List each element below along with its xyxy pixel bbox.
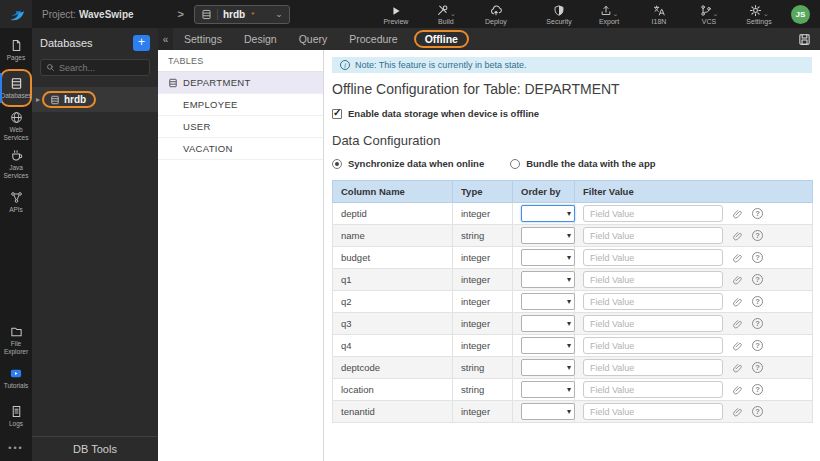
sidebar-item-file-explorer[interactable]: File Explorer xyxy=(0,321,32,359)
filter-value-input[interactable] xyxy=(583,315,723,332)
play-video-icon xyxy=(9,367,23,380)
enable-offline-checkbox-row[interactable]: ✓ Enable data storage when device is off… xyxy=(332,108,812,119)
app-logo[interactable] xyxy=(0,0,32,28)
bind-variable-link-icon[interactable] xyxy=(732,362,743,373)
enable-offline-label: Enable data storage when device is offli… xyxy=(348,108,539,119)
preview-icon xyxy=(390,4,402,17)
table-item-vacation[interactable]: VACATION xyxy=(158,138,323,160)
order-by-select[interactable]: ▾ xyxy=(521,205,575,222)
bind-variable-link-icon[interactable] xyxy=(732,296,743,307)
vcs-button[interactable]: ⌄ VCS xyxy=(691,4,727,25)
filter-value-input[interactable] xyxy=(583,359,723,376)
filter-value-input[interactable] xyxy=(583,249,723,266)
expander-icon[interactable]: ▸ xyxy=(36,95,40,104)
help-icon[interactable]: ? xyxy=(752,208,763,219)
table-item-department[interactable]: DEPARTMENT xyxy=(158,72,323,94)
select-caret-icon: ▾ xyxy=(567,252,571,264)
build-button[interactable]: ⌄ Build xyxy=(428,4,464,25)
order-by-select[interactable]: ▾ xyxy=(521,315,575,332)
sidebar-item-apis[interactable]: APIs xyxy=(0,183,32,221)
bind-variable-link-icon[interactable] xyxy=(732,340,743,351)
bind-variable-link-icon[interactable] xyxy=(732,230,743,241)
sidebar-item-pages[interactable]: Pages xyxy=(0,31,32,69)
help-icon[interactable]: ? xyxy=(752,274,763,285)
tab-design[interactable]: Design xyxy=(233,28,288,50)
content-area: « Settings Design Query Procedure Offlin… xyxy=(158,28,820,461)
tab-procedure[interactable]: Procedure xyxy=(338,28,408,50)
tab-query[interactable]: Query xyxy=(288,28,339,50)
order-by-select[interactable]: ▾ xyxy=(521,293,575,310)
table-item-user[interactable]: USER xyxy=(158,116,323,138)
help-icon[interactable]: ? xyxy=(752,384,763,395)
bind-variable-link-icon[interactable] xyxy=(732,384,743,395)
help-icon[interactable]: ? xyxy=(752,406,763,417)
bundle-radio[interactable] xyxy=(510,159,520,169)
sidebar-item-java-services[interactable]: Java Services xyxy=(0,145,32,183)
tab-offline[interactable]: Offline xyxy=(414,30,469,48)
filter-value-input[interactable] xyxy=(583,271,723,288)
help-icon[interactable]: ? xyxy=(752,318,763,329)
filter-value-input[interactable] xyxy=(583,337,723,354)
bind-variable-link-icon[interactable] xyxy=(732,208,743,219)
select-caret-icon: ▾ xyxy=(567,362,571,374)
help-icon[interactable]: ? xyxy=(752,340,763,351)
preview-button[interactable]: Preview xyxy=(378,4,414,25)
topbar-actions-right: Security ⌄ Export I18N ⌄ VCS xyxy=(541,4,810,25)
order-by-select[interactable]: ▾ xyxy=(521,249,575,266)
sidebar-item-databases[interactable]: Databases xyxy=(0,69,32,107)
chevron-down-icon: ⌄ xyxy=(713,10,719,17)
add-database-button[interactable]: + xyxy=(133,35,150,51)
synchronize-radio[interactable] xyxy=(332,159,342,169)
order-by-select[interactable]: ▾ xyxy=(521,381,575,398)
filter-value-input[interactable] xyxy=(583,227,723,244)
offline-config-main: i Note: This feature is currently in bet… xyxy=(324,50,820,461)
column-name-cell: deptid xyxy=(333,203,453,225)
header-filter-value: Filter Value xyxy=(575,181,813,203)
help-icon[interactable]: ? xyxy=(752,252,763,263)
bind-variable-link-icon[interactable] xyxy=(732,274,743,285)
order-by-select[interactable]: ▾ xyxy=(521,337,575,354)
shield-icon xyxy=(553,4,565,17)
gear-icon: ⌄ xyxy=(749,4,769,17)
order-by-select[interactable]: ▾ xyxy=(521,403,575,420)
export-button[interactable]: ⌄ Export xyxy=(591,4,627,25)
db-tools-button[interactable]: DB Tools xyxy=(32,436,158,461)
sidebar-item-web-services[interactable]: Web Services xyxy=(0,107,32,145)
sidebar-item-logs[interactable]: Logs xyxy=(0,397,32,435)
sidebar-item-tutorials[interactable]: Tutorials xyxy=(0,359,32,397)
security-button[interactable]: Security xyxy=(541,4,577,25)
i18n-button[interactable]: I18N xyxy=(641,4,677,25)
order-by-select[interactable]: ▾ xyxy=(521,359,575,376)
tab-settings[interactable]: Settings xyxy=(173,28,233,50)
type-cell: string xyxy=(453,379,513,401)
tables-panel: TABLES DEPARTMENT EMPLOYEE USER xyxy=(158,50,324,461)
filter-value-input[interactable] xyxy=(583,205,723,222)
type-cell: string xyxy=(453,225,513,247)
bind-variable-link-icon[interactable] xyxy=(732,252,743,263)
column-name-cell: location xyxy=(333,379,453,401)
database-item-hrdb[interactable]: ▸ hrdb xyxy=(32,87,158,112)
database-selector-dropdown[interactable]: hrdb* ⌄ xyxy=(194,5,290,24)
filter-value-input[interactable] xyxy=(583,293,723,310)
save-button[interactable] xyxy=(798,33,811,46)
app-window: Project:WaveSwipe > hrdb* ⌄ Preview ⌄ Bu… xyxy=(0,0,820,461)
bind-variable-link-icon[interactable] xyxy=(732,318,743,329)
help-icon[interactable]: ? xyxy=(752,362,763,373)
settings-button[interactable]: ⌄ Settings xyxy=(741,4,777,25)
sidebar-overflow-button[interactable]: ••• xyxy=(0,435,32,461)
bind-variable-link-icon[interactable] xyxy=(732,406,743,417)
deploy-button[interactable]: Deploy xyxy=(478,4,514,25)
filter-value-input[interactable] xyxy=(583,381,723,398)
order-by-select[interactable]: ▾ xyxy=(521,227,575,244)
filter-value-input[interactable] xyxy=(583,403,723,420)
database-search-input[interactable]: Search... xyxy=(40,59,150,76)
help-icon[interactable]: ? xyxy=(752,230,763,241)
table-item-employee[interactable]: EMPLOYEE xyxy=(158,94,323,116)
column-name-cell: tenantid xyxy=(333,401,453,423)
collapse-panel-button[interactable]: « xyxy=(158,28,173,50)
order-by-select[interactable]: ▾ xyxy=(521,271,575,288)
help-icon[interactable]: ? xyxy=(752,296,763,307)
user-avatar[interactable]: JS xyxy=(791,5,810,24)
enable-offline-checkbox[interactable]: ✓ xyxy=(332,109,342,119)
header-column-name: Column Name xyxy=(333,181,453,203)
